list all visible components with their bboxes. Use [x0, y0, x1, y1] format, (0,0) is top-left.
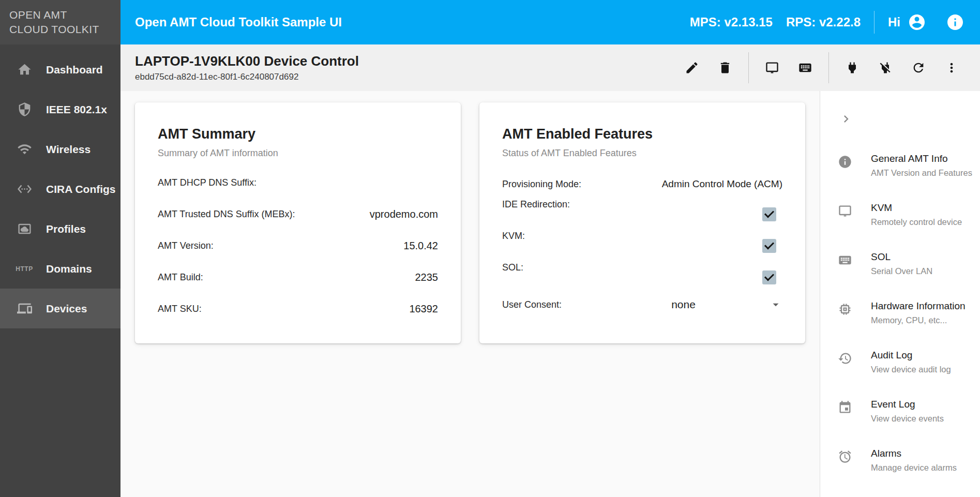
- panel-item-text: General AMT Info AMT Version and Feature…: [871, 153, 972, 178]
- power-on-button[interactable]: [839, 55, 865, 81]
- info-icon[interactable]: [946, 13, 964, 32]
- greeting-text: Hi: [888, 15, 900, 29]
- sidebar-item-dashboard[interactable]: Dashboard: [0, 50, 120, 89]
- sidebar-item-cira-configs[interactable]: CIRA Configs: [0, 169, 120, 209]
- sol-checkbox[interactable]: [762, 270, 776, 284]
- panel-item-subtitle: Serial Over LAN: [871, 266, 932, 276]
- alarm-icon: [838, 449, 852, 464]
- device-feature-panel: General AMT Info AMT Version and Feature…: [820, 91, 980, 497]
- keyboard-icon: [798, 61, 812, 75]
- topbar-divider: [874, 11, 875, 34]
- sidebar-item-domains[interactable]: HTTP Domains: [0, 249, 120, 289]
- monitor-icon: [765, 61, 779, 75]
- profiles-icon: [17, 221, 32, 237]
- row-label: AMT Version:: [158, 239, 214, 253]
- panel-item-general-amt-info[interactable]: General AMT Info AMT Version and Feature…: [838, 153, 980, 178]
- sidebar-item-label: Domains: [46, 263, 92, 275]
- sidebar-nav: Dashboard IEEE 802.1x Wireless CIRA Conf…: [0, 44, 120, 328]
- card-subtitle: Status of AMT Enabled Features: [502, 148, 782, 159]
- sidebar-item-label: CIRA Configs: [46, 183, 116, 195]
- power-off-icon: [878, 61, 893, 75]
- panel-item-title: Hardware Information: [871, 300, 966, 312]
- card-title: AMT Summary: [158, 126, 438, 142]
- logo-line1: OPEN AMT: [9, 8, 120, 22]
- panel-item-event-log[interactable]: Event Log View device events: [838, 399, 980, 424]
- topbar-right: MPS: v2.13.15 RPS: v2.22.8 Hi: [690, 11, 964, 34]
- more-menu-button[interactable]: [939, 55, 964, 81]
- reset-button[interactable]: [906, 55, 931, 81]
- panel-item-text: SOL Serial Over LAN: [871, 251, 932, 276]
- kvm-checkbox[interactable]: [762, 239, 776, 253]
- toolbar-divider: [828, 52, 829, 83]
- user-consent-value[interactable]: none: [598, 298, 769, 311]
- device-guid: ebdd75cd-a82d-11ec-80f1-6c240807d692: [135, 72, 672, 82]
- summary-row-trusted-dns-suffix: AMT Trusted DNS Suffix (MEBx): vprodemo.…: [158, 207, 438, 222]
- kvm-button[interactable]: [759, 55, 785, 81]
- summary-row-amt-build: AMT Build: 2235: [158, 270, 438, 285]
- provisioning-mode-value: Admin Control Mode (ACM): [662, 178, 782, 190]
- sidebar-item-wireless[interactable]: Wireless: [0, 129, 120, 169]
- sol-row: SOL:: [502, 262, 782, 284]
- monitor-icon: [838, 204, 852, 218]
- row-value: 16392: [409, 302, 438, 315]
- panel-item-subtitle: Manage device alarms: [871, 463, 957, 473]
- reset-icon: [911, 61, 926, 75]
- chevron-right-icon: [839, 112, 853, 126]
- home-icon: [17, 62, 32, 78]
- wifi-icon: [17, 142, 32, 157]
- content-area: AMT Summary Summary of AMT information A…: [120, 91, 980, 497]
- delete-button[interactable]: [712, 55, 738, 81]
- sidebar-item-profiles[interactable]: Profiles: [0, 209, 120, 249]
- panel-item-hardware-information[interactable]: Hardware Information Memory, CPU, etc...: [838, 300, 980, 325]
- panel-item-subtitle: Memory, CPU, etc...: [871, 315, 966, 325]
- mps-version: MPS: v2.13.15: [690, 15, 773, 29]
- row-label: SOL:: [502, 262, 523, 273]
- row-label: AMT Build:: [158, 270, 203, 285]
- provisioning-mode-row: Provisioning Mode: Admin Control Mode (A…: [502, 178, 782, 190]
- sidebar-item-label: Wireless: [46, 143, 91, 156]
- devices-icon: [17, 301, 32, 317]
- device-header-text: LAPTOP-1V9KLK00 Device Control ebdd75cd-…: [135, 53, 672, 82]
- row-value: 2235: [415, 270, 439, 283]
- collapse-panel-button[interactable]: [839, 119, 853, 128]
- sidebar-item-devices[interactable]: Devices: [0, 289, 120, 328]
- delete-icon: [718, 61, 732, 75]
- panel-item-text: KVM Remotely control device: [871, 202, 962, 227]
- panel-item-subtitle: Remotely control device: [871, 217, 962, 227]
- edit-button[interactable]: [679, 55, 705, 81]
- summary-row-dhcp-dns-suffix: AMT DHCP DNS Suffix:: [158, 176, 438, 190]
- panel-item-audit-log[interactable]: Audit Log View device audit log: [838, 350, 980, 374]
- sidebar-item-ieee8021x[interactable]: IEEE 802.1x: [0, 89, 120, 129]
- keyboard-icon: [838, 253, 852, 267]
- panel-item-subtitle: View device events: [871, 414, 944, 424]
- card-subtitle: Summary of AMT information: [158, 148, 438, 159]
- row-label: User Consent:: [502, 299, 598, 310]
- history-icon: [838, 351, 852, 366]
- chevron-down-icon[interactable]: [769, 298, 782, 311]
- sidebar-item-label: Dashboard: [46, 64, 103, 76]
- user-consent-row: User Consent: none: [502, 298, 782, 311]
- panel-item-text: Hardware Information Memory, CPU, etc...: [871, 300, 966, 325]
- device-toolbar: [672, 52, 964, 83]
- power-off-button[interactable]: [872, 55, 898, 81]
- ide-redirection-checkbox[interactable]: [762, 207, 776, 221]
- rps-version: RPS: v2.22.8: [786, 15, 861, 29]
- info-icon: [838, 155, 852, 169]
- sol-button[interactable]: [792, 55, 818, 81]
- device-header: LAPTOP-1V9KLK00 Device Control ebdd75cd-…: [120, 44, 980, 91]
- panel-item-text: Audit Log View device audit log: [871, 350, 951, 374]
- sidebar-item-label: Profiles: [46, 223, 86, 235]
- panel-item-sol[interactable]: SOL Serial Over LAN: [838, 251, 980, 276]
- row-label: Provisioning Mode:: [502, 179, 581, 190]
- kvm-row: KVM:: [502, 231, 782, 253]
- sidebar-item-label: IEEE 802.1x: [46, 103, 107, 116]
- panel-item-title: SOL: [871, 251, 932, 263]
- feature-list: General AMT Info AMT Version and Feature…: [838, 153, 980, 473]
- http-icon: HTTP: [17, 261, 32, 277]
- row-label: AMT Trusted DNS Suffix (MEBx):: [158, 207, 295, 222]
- panel-item-kvm[interactable]: KVM Remotely control device: [838, 202, 980, 227]
- power-on-icon: [845, 61, 860, 75]
- panel-item-alarms[interactable]: Alarms Manage device alarms: [838, 448, 980, 473]
- account-icon[interactable]: [908, 13, 926, 32]
- amt-enabled-features-card: AMT Enabled Features Status of AMT Enabl…: [479, 102, 805, 343]
